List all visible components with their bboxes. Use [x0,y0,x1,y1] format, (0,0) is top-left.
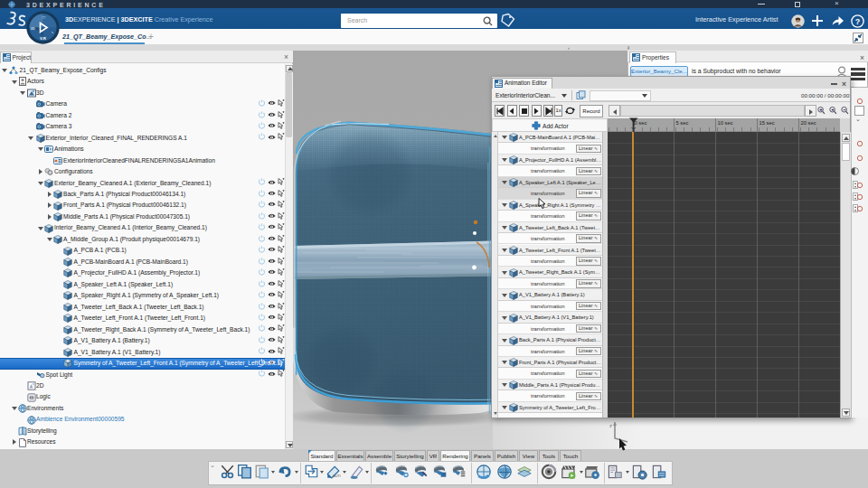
svg-text:AUTO: AUTO [333,474,341,478]
svg-text:z: z [609,423,612,428]
svg-text:3D: 3D [30,26,34,31]
svg-text:?: ? [855,17,861,26]
svg-text:77: 77 [42,15,46,20]
svg-text:V.R: V.R [40,36,47,41]
